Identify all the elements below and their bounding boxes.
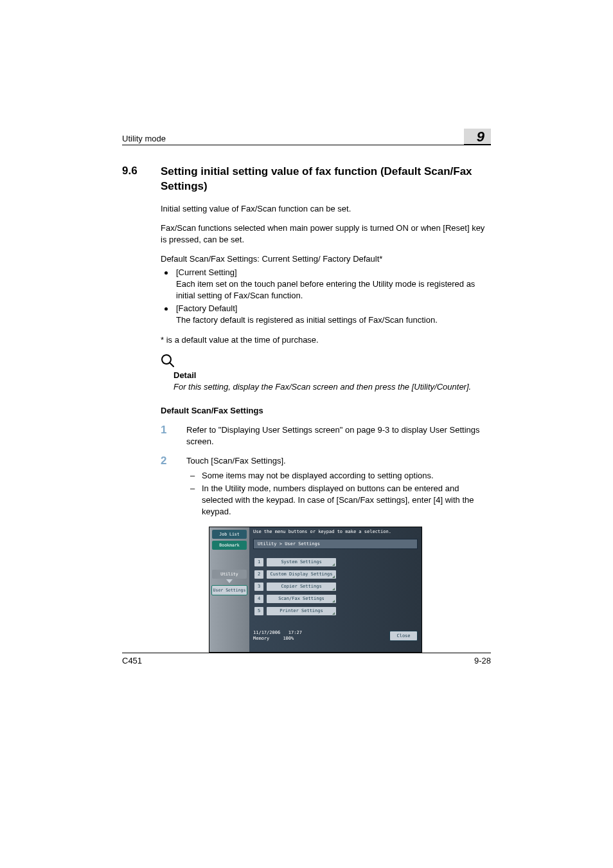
step-2-sublist: Some items may not be displayed accordin… [186, 470, 491, 518]
menu-number[interactable]: 1 [254, 558, 263, 566]
status-time: 17:27 [289, 630, 302, 635]
menu-copier-settings[interactable]: Copier Settings [267, 583, 336, 591]
menu-row-3: 3 Copier Settings [254, 583, 422, 591]
menu-row-2: 2 Custom Display Settings [254, 570, 422, 579]
menu-row-5: 5 Printer Settings [254, 607, 422, 615]
menu-number[interactable]: 4 [254, 595, 263, 603]
chevron-down-icon [226, 579, 233, 583]
breadcrumb: Utility > User Settings [253, 539, 418, 549]
status-date: 11/17/2006 [253, 630, 280, 635]
screenshot-left-pane: Job List Bookmark Utility User Settings [209, 527, 249, 652]
intro-paragraph-2: Fax/Scan functions selected when main po… [161, 222, 491, 246]
menu-number[interactable]: 2 [254, 570, 263, 579]
procedure-subheading: Default Scan/Fax Settings [161, 406, 491, 415]
step-2-sub-1: Some items may not be displayed accordin… [186, 470, 491, 482]
svg-line-1 [170, 363, 173, 366]
step-text: Touch [Scan/Fax Settings]. [186, 456, 286, 466]
menu-system-settings[interactable]: System Settings [267, 558, 336, 566]
tab-job-list[interactable]: Job List [212, 530, 247, 539]
bullet-head: [Current Setting] [176, 267, 237, 277]
close-button[interactable]: Close [389, 631, 418, 641]
header-section-name: Utility mode [122, 134, 166, 143]
screenshot-instruction: Use the menu buttons or keypad to make a… [249, 527, 422, 536]
bullet-body: The factory default is registered as ini… [176, 314, 491, 326]
step-2: 2 Touch [Scan/Fax Settings]. Some items … [161, 455, 491, 519]
section-title: Setting initial setting value of fax fun… [161, 165, 491, 194]
device-screenshot: Job List Bookmark Utility User Settings … [209, 527, 422, 653]
magnifier-icon [161, 354, 491, 368]
menu-custom-display-settings[interactable]: Custom Display Settings [267, 570, 336, 579]
step-text: Refer to "Displaying User Settings scree… [186, 424, 491, 448]
footer-model: C451 [122, 656, 142, 665]
bullet-factory-default: [Factory Default] The factory default is… [161, 303, 491, 326]
screenshot-footer: 11/17/2006 17:27 Memory 100% Close [249, 628, 422, 644]
tab-user-settings[interactable]: User Settings [211, 585, 247, 595]
status-memory-value: 100% [283, 636, 294, 641]
intro-paragraph-1: Initial setting value of Fax/Scan functi… [161, 203, 491, 215]
section-heading: 9.6 Setting initial setting value of fax… [122, 165, 491, 194]
intro-paragraph-3: Default Scan/Fax Settings: Current Setti… [161, 253, 491, 265]
settings-bullet-list: [Current Setting] Each item set on the t… [161, 267, 491, 327]
page-footer: C451 9-28 [122, 653, 491, 665]
menu-row-1: 1 System Settings [254, 558, 422, 566]
step-number: 1 [161, 424, 171, 448]
bullet-head: [Factory Default] [176, 303, 237, 313]
bullet-current-setting: [Current Setting] Each item set on the t… [161, 267, 491, 302]
menu-number[interactable]: 5 [254, 607, 263, 615]
menu-printer-settings[interactable]: Printer Settings [267, 607, 336, 615]
tab-utility[interactable]: Utility [212, 570, 247, 579]
bullet-body: Each item set on the touch panel before … [176, 278, 491, 302]
page-header: Utility mode 9 [122, 129, 491, 145]
menu-scan-fax-settings[interactable]: Scan/Fax Settings [267, 595, 336, 603]
section-number: 9.6 [122, 165, 148, 194]
footer-page-number: 9-28 [474, 656, 491, 665]
tab-bookmark[interactable]: Bookmark [212, 541, 247, 550]
menu-number[interactable]: 3 [254, 583, 263, 591]
step-1: 1 Refer to "Displaying User Settings scr… [161, 424, 491, 448]
status-readout: 11/17/2006 17:27 Memory 100% [253, 630, 302, 641]
step-number: 2 [161, 455, 171, 519]
detail-text: For this setting, display the Fax/Scan s… [173, 381, 491, 393]
step-2-sub-2: In the Utility mode, numbers displayed o… [186, 483, 491, 518]
detail-label: Detail [173, 370, 491, 380]
screenshot-menu: 1 System Settings 2 Custom Display Setti… [254, 558, 422, 615]
footnote: * is a default value at the time of purc… [161, 334, 491, 346]
chapter-number-badge: 9 [464, 129, 491, 145]
status-memory-label: Memory [253, 636, 269, 641]
menu-row-4: 4 Scan/Fax Settings [254, 595, 422, 603]
